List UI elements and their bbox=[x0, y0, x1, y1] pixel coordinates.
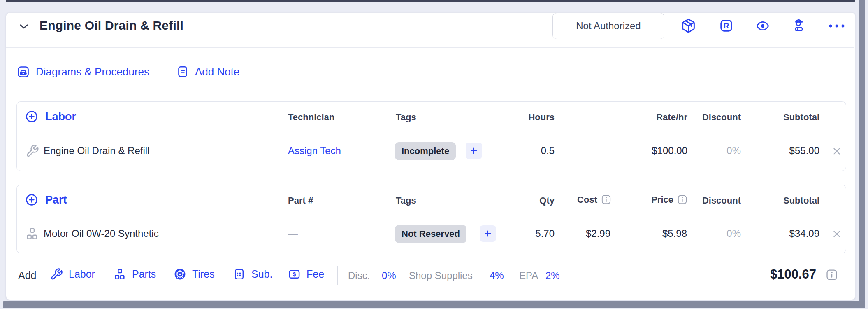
part-col-cost: Cost bbox=[542, 194, 612, 205]
remove-labor-button[interactable] bbox=[831, 146, 842, 157]
add-tires-link[interactable]: Tires bbox=[174, 268, 215, 281]
add-parts-link-label: Parts bbox=[132, 268, 156, 280]
remove-part-button[interactable] bbox=[831, 229, 842, 239]
eye-icon[interactable] bbox=[754, 19, 771, 33]
wrench-icon bbox=[26, 144, 39, 158]
add-tires-link-label: Tires bbox=[192, 268, 215, 280]
diagrams-procedures-link[interactable]: Diagrams & Procedures bbox=[16, 65, 149, 79]
add-sublet-link-label: Sub. bbox=[251, 268, 272, 280]
labor-discount-value[interactable]: 0% bbox=[692, 145, 741, 157]
total-info-icon[interactable] bbox=[825, 268, 838, 281]
diagrams-link-label: Diagrams & Procedures bbox=[36, 66, 149, 78]
status-button-label: Not Authorized bbox=[576, 20, 641, 32]
part-number-value: — bbox=[288, 228, 298, 239]
service-card-page: Engine Oil Drain & Refill Not Authorized… bbox=[0, 0, 868, 309]
discount-label: Disc. bbox=[348, 270, 370, 281]
labor-col-subtotal: Subtotal bbox=[754, 112, 819, 123]
part-tag-badge[interactable]: Not Reserved bbox=[395, 225, 466, 243]
epa-percent-link[interactable]: 2% bbox=[545, 270, 560, 281]
add-fee-link[interactable]: $ Fee bbox=[288, 268, 324, 281]
shop-supplies-percent-link[interactable]: 4% bbox=[490, 270, 504, 281]
part-cost-value[interactable]: $2.99 bbox=[549, 228, 610, 239]
r-badge-letter: R bbox=[724, 22, 729, 30]
labor-col-discount: Discount bbox=[692, 112, 741, 123]
part-col-price: Price bbox=[618, 194, 688, 205]
add-labor-tag-button[interactable] bbox=[466, 143, 482, 159]
package-icon[interactable] bbox=[681, 18, 696, 33]
close-icon bbox=[831, 146, 842, 157]
add-note-link[interactable]: Add Note bbox=[176, 65, 239, 78]
labor-col-technician: Technician bbox=[288, 112, 334, 123]
labor-rate-value[interactable]: $100.00 bbox=[617, 145, 687, 157]
add-sublet-link[interactable]: Sub. bbox=[233, 268, 272, 281]
part-qty-value[interactable]: 5.70 bbox=[493, 228, 555, 239]
part-header-divider bbox=[17, 215, 845, 215]
part-col-discount: Discount bbox=[692, 195, 741, 206]
previous-card-edge bbox=[6, 0, 855, 2]
part-col-partnum: Part # bbox=[288, 195, 313, 206]
labor-tag-badge[interactable]: Incomplete bbox=[395, 142, 456, 160]
add-label: Add bbox=[18, 269, 36, 281]
labor-header-divider bbox=[17, 132, 845, 132]
part-row-name: Motor Oil 0W-20 Synthetic bbox=[44, 228, 159, 239]
labor-col-hours: Hours bbox=[493, 112, 555, 123]
part-price-value[interactable]: $5.98 bbox=[625, 228, 687, 239]
labor-col-tags: Tags bbox=[396, 112, 416, 123]
discount-percent-link[interactable]: 0% bbox=[382, 270, 396, 281]
price-label: Price bbox=[651, 194, 673, 205]
add-note-link-label: Add Note bbox=[195, 66, 239, 78]
circle-plus-icon bbox=[25, 110, 39, 124]
close-icon bbox=[831, 229, 842, 239]
vertical-scrollbar[interactable] bbox=[859, 0, 865, 308]
part-subtotal-value: $34.09 bbox=[754, 228, 819, 239]
technician-icon[interactable] bbox=[791, 18, 806, 33]
add-labor-link[interactable]: Labor bbox=[50, 268, 95, 281]
labor-row-name: Engine Oil Drain & Refill bbox=[44, 145, 149, 157]
add-parts-link[interactable]: Parts bbox=[114, 268, 156, 281]
assign-tech-link[interactable]: Assign Tech bbox=[288, 145, 341, 157]
part-section-label: Part bbox=[45, 194, 67, 206]
add-labor-link-label: Labor bbox=[69, 268, 95, 280]
labor-subtotal-value: $55.00 bbox=[754, 145, 819, 157]
info-icon[interactable] bbox=[601, 194, 612, 205]
add-part-button[interactable]: Part bbox=[25, 193, 67, 207]
plus-icon bbox=[483, 229, 493, 239]
cost-label: Cost bbox=[577, 194, 597, 205]
part-col-tags: Tags bbox=[396, 195, 416, 206]
labor-hours-value[interactable]: 0.5 bbox=[493, 145, 555, 157]
horizontal-scrollbar[interactable] bbox=[3, 301, 865, 308]
plus-icon bbox=[469, 146, 479, 156]
labor-section-label: Labor bbox=[45, 110, 76, 123]
chevron-down-icon bbox=[17, 20, 30, 33]
circle-plus-icon bbox=[25, 193, 39, 207]
add-labor-button[interactable]: Labor bbox=[25, 110, 76, 124]
info-icon[interactable] bbox=[677, 194, 688, 205]
epa-label: EPA bbox=[519, 270, 538, 281]
r-badge-icon[interactable]: R bbox=[719, 19, 733, 33]
header-divider bbox=[6, 47, 854, 48]
note-icon bbox=[176, 65, 189, 78]
labor-col-rate: Rate/hr bbox=[617, 112, 687, 123]
fee-dollar-icon: $ bbox=[288, 268, 301, 281]
shop-supplies-label: Shop Supplies bbox=[409, 270, 473, 281]
diagrams-icon bbox=[16, 65, 30, 79]
collapse-chevron-button[interactable] bbox=[17, 20, 30, 33]
parts-icon bbox=[114, 268, 126, 281]
fee-symbol: $ bbox=[293, 271, 296, 277]
service-total: $100.67 bbox=[713, 267, 816, 282]
authorization-status-button[interactable]: Not Authorized bbox=[552, 13, 664, 39]
footer-divider bbox=[337, 266, 338, 285]
part-col-subtotal: Subtotal bbox=[754, 195, 819, 206]
page-title: Engine Oil Drain & Refill bbox=[39, 19, 183, 33]
sublet-doc-icon bbox=[233, 268, 246, 281]
tire-icon bbox=[174, 268, 186, 281]
parts-icon bbox=[26, 227, 39, 241]
wrench-icon bbox=[50, 268, 63, 281]
more-icon[interactable] bbox=[828, 23, 846, 29]
add-fee-link-label: Fee bbox=[306, 268, 324, 280]
part-discount-value[interactable]: 0% bbox=[692, 228, 741, 239]
